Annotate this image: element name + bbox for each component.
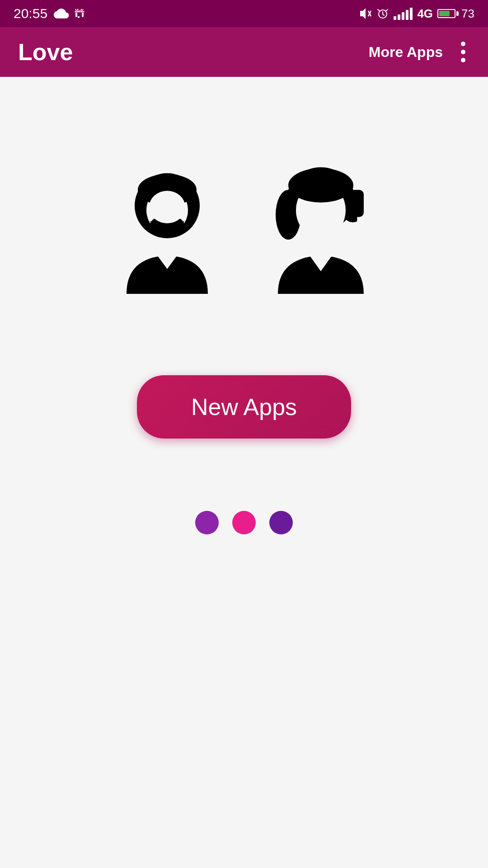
alarm-icon <box>376 7 389 20</box>
overflow-menu-button[interactable] <box>456 37 470 67</box>
main-content: New Apps <box>0 77 488 868</box>
page-title: Love <box>18 38 73 66</box>
toolbar-actions: More Apps <box>369 37 470 67</box>
battery-percent: 73 <box>461 7 474 21</box>
network-type: 4G <box>417 7 433 21</box>
female-avatar-icon <box>262 167 380 294</box>
battery-icon: 73 <box>437 7 474 21</box>
new-apps-button[interactable]: New Apps <box>137 375 351 439</box>
svg-point-0 <box>77 9 79 10</box>
svg-point-9 <box>149 191 185 223</box>
female-avatar <box>262 167 380 294</box>
cloud-icon <box>54 8 69 19</box>
more-apps-button[interactable]: More Apps <box>369 43 443 61</box>
android-icon <box>73 7 86 20</box>
svg-rect-15 <box>313 236 329 254</box>
pagination-dot-1[interactable] <box>195 511 219 534</box>
dot-3 <box>461 58 465 62</box>
male-avatar <box>108 167 226 294</box>
status-icons <box>54 7 86 20</box>
status-bar: 20:55 <box>0 0 488 27</box>
status-bar-right: 4G 73 <box>359 7 474 21</box>
status-time: 20:55 <box>14 6 47 21</box>
pagination-dots <box>195 511 293 534</box>
signal-bars <box>394 8 413 20</box>
dot-1 <box>461 42 465 46</box>
svg-point-1 <box>81 9 82 10</box>
male-avatar-icon <box>108 167 226 294</box>
pagination-dot-2[interactable] <box>232 511 256 534</box>
dot-2 <box>461 50 465 54</box>
avatars-container <box>108 167 380 294</box>
toolbar: Love More Apps <box>0 27 488 77</box>
svg-point-14 <box>288 168 353 203</box>
pagination-dot-3[interactable] <box>269 511 293 534</box>
status-bar-left: 20:55 <box>14 6 86 21</box>
mute-icon <box>359 7 372 20</box>
